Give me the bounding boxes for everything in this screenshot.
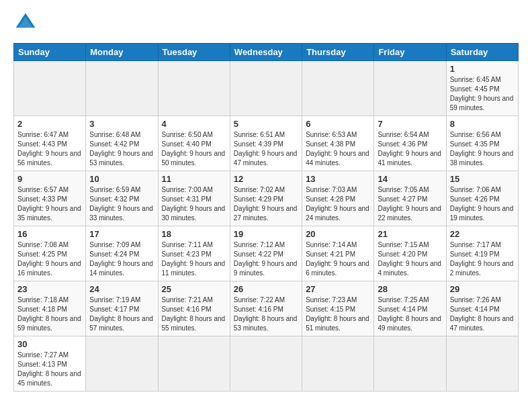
calendar-cell: 24Sunrise: 7:19 AM Sunset: 4:17 PM Dayli…	[86, 281, 158, 336]
calendar-cell: 7Sunrise: 6:54 AM Sunset: 4:36 PM Daylig…	[374, 116, 446, 171]
day-number: 16	[17, 229, 82, 239]
calendar-cell: 20Sunrise: 7:14 AM Sunset: 4:21 PM Dayli…	[302, 226, 374, 281]
calendar-cell: 5Sunrise: 6:51 AM Sunset: 4:39 PM Daylig…	[230, 116, 302, 171]
day-number: 3	[89, 119, 154, 129]
weekday-monday: Monday	[86, 44, 158, 61]
calendar-cell	[446, 336, 518, 392]
weekday-wednesday: Wednesday	[230, 44, 302, 61]
day-info: Sunrise: 6:53 AM Sunset: 4:38 PM Dayligh…	[306, 130, 370, 168]
day-info: Sunrise: 7:06 AM Sunset: 4:26 PM Dayligh…	[450, 185, 515, 223]
day-number: 21	[378, 229, 442, 239]
calendar-cell: 6Sunrise: 6:53 AM Sunset: 4:38 PM Daylig…	[302, 116, 374, 171]
day-info: Sunrise: 7:26 AM Sunset: 4:14 PM Dayligh…	[450, 295, 515, 333]
day-info: Sunrise: 6:50 AM Sunset: 4:40 PM Dayligh…	[162, 130, 226, 168]
calendar-cell	[230, 61, 302, 116]
day-info: Sunrise: 6:45 AM Sunset: 4:45 PM Dayligh…	[450, 75, 515, 113]
calendar-cell	[374, 61, 446, 116]
calendar-cell: 17Sunrise: 7:09 AM Sunset: 4:24 PM Dayli…	[86, 226, 158, 281]
day-info: Sunrise: 6:48 AM Sunset: 4:42 PM Dayligh…	[89, 130, 154, 168]
calendar-cell: 15Sunrise: 7:06 AM Sunset: 4:26 PM Dayli…	[446, 171, 518, 226]
day-info: Sunrise: 7:22 AM Sunset: 4:16 PM Dayligh…	[234, 295, 298, 333]
day-info: Sunrise: 6:54 AM Sunset: 4:36 PM Dayligh…	[378, 130, 442, 168]
weekday-sunday: Sunday	[14, 44, 86, 61]
header	[13, 11, 519, 35]
calendar-cell: 22Sunrise: 7:17 AM Sunset: 4:19 PM Dayli…	[446, 226, 518, 281]
calendar-cell: 27Sunrise: 7:23 AM Sunset: 4:15 PM Dayli…	[302, 281, 374, 336]
day-info: Sunrise: 7:14 AM Sunset: 4:21 PM Dayligh…	[306, 240, 370, 278]
day-info: Sunrise: 7:03 AM Sunset: 4:28 PM Dayligh…	[306, 185, 370, 223]
day-info: Sunrise: 7:17 AM Sunset: 4:19 PM Dayligh…	[450, 240, 515, 278]
calendar-cell: 21Sunrise: 7:15 AM Sunset: 4:20 PM Dayli…	[374, 226, 446, 281]
day-info: Sunrise: 6:51 AM Sunset: 4:39 PM Dayligh…	[234, 130, 298, 168]
day-info: Sunrise: 7:27 AM Sunset: 4:13 PM Dayligh…	[17, 351, 82, 388]
weekday-header-row: SundayMondayTuesdayWednesdayThursdayFrid…	[14, 44, 519, 61]
calendar-cell: 14Sunrise: 7:05 AM Sunset: 4:27 PM Dayli…	[374, 171, 446, 226]
day-number: 30	[17, 339, 82, 349]
calendar-cell: 4Sunrise: 6:50 AM Sunset: 4:40 PM Daylig…	[158, 116, 230, 171]
day-number: 7	[378, 119, 442, 129]
calendar-cell	[158, 336, 230, 392]
day-number: 20	[306, 229, 370, 239]
day-info: Sunrise: 6:47 AM Sunset: 4:43 PM Dayligh…	[17, 130, 82, 168]
calendar-cell: 16Sunrise: 7:08 AM Sunset: 4:25 PM Dayli…	[14, 226, 86, 281]
weekday-thursday: Thursday	[302, 44, 374, 61]
day-info: Sunrise: 7:11 AM Sunset: 4:23 PM Dayligh…	[162, 240, 226, 278]
calendar-cell	[302, 61, 374, 116]
calendar-cell: 11Sunrise: 7:00 AM Sunset: 4:31 PM Dayli…	[158, 171, 230, 226]
calendar-cell	[14, 61, 86, 116]
calendar-cell: 25Sunrise: 7:21 AM Sunset: 4:16 PM Dayli…	[158, 281, 230, 336]
day-number: 24	[89, 284, 154, 294]
week-row-1: 1Sunrise: 6:45 AM Sunset: 4:45 PM Daylig…	[14, 61, 519, 116]
day-number: 18	[162, 229, 226, 239]
calendar-cell: 30Sunrise: 7:27 AM Sunset: 4:13 PM Dayli…	[14, 336, 86, 392]
weekday-saturday: Saturday	[446, 44, 518, 61]
day-number: 2	[17, 119, 82, 129]
calendar-cell: 10Sunrise: 6:59 AM Sunset: 4:32 PM Dayli…	[86, 171, 158, 226]
day-info: Sunrise: 7:00 AM Sunset: 4:31 PM Dayligh…	[162, 185, 226, 223]
logo-icon	[13, 11, 38, 35]
calendar-cell	[302, 336, 374, 392]
week-row-4: 16Sunrise: 7:08 AM Sunset: 4:25 PM Dayli…	[14, 226, 519, 281]
week-row-6: 30Sunrise: 7:27 AM Sunset: 4:13 PM Dayli…	[14, 336, 519, 392]
week-row-3: 9Sunrise: 6:57 AM Sunset: 4:33 PM Daylig…	[14, 171, 519, 226]
calendar-cell	[158, 61, 230, 116]
day-info: Sunrise: 7:19 AM Sunset: 4:17 PM Dayligh…	[89, 295, 154, 333]
calendar-cell: 12Sunrise: 7:02 AM Sunset: 4:29 PM Dayli…	[230, 171, 302, 226]
day-number: 19	[234, 229, 298, 239]
calendar-cell: 1Sunrise: 6:45 AM Sunset: 4:45 PM Daylig…	[446, 61, 518, 116]
day-info: Sunrise: 7:15 AM Sunset: 4:20 PM Dayligh…	[378, 240, 442, 278]
day-number: 29	[450, 284, 515, 294]
week-row-5: 23Sunrise: 7:18 AM Sunset: 4:18 PM Dayli…	[14, 281, 519, 336]
day-info: Sunrise: 7:05 AM Sunset: 4:27 PM Dayligh…	[378, 185, 442, 223]
day-info: Sunrise: 6:56 AM Sunset: 4:35 PM Dayligh…	[450, 130, 515, 168]
day-info: Sunrise: 6:59 AM Sunset: 4:32 PM Dayligh…	[89, 185, 154, 223]
calendar-cell	[86, 336, 158, 392]
calendar-cell: 19Sunrise: 7:12 AM Sunset: 4:22 PM Dayli…	[230, 226, 302, 281]
day-number: 13	[306, 174, 370, 184]
day-number: 22	[450, 229, 515, 239]
day-info: Sunrise: 6:57 AM Sunset: 4:33 PM Dayligh…	[17, 185, 82, 223]
day-info: Sunrise: 7:18 AM Sunset: 4:18 PM Dayligh…	[17, 295, 82, 333]
calendar: SundayMondayTuesdayWednesdayThursdayFrid…	[13, 43, 519, 392]
calendar-cell: 13Sunrise: 7:03 AM Sunset: 4:28 PM Dayli…	[302, 171, 374, 226]
calendar-cell: 18Sunrise: 7:11 AM Sunset: 4:23 PM Dayli…	[158, 226, 230, 281]
day-number: 14	[378, 174, 442, 184]
day-info: Sunrise: 7:12 AM Sunset: 4:22 PM Dayligh…	[234, 240, 298, 278]
day-number: 26	[234, 284, 298, 294]
day-info: Sunrise: 7:25 AM Sunset: 4:14 PM Dayligh…	[378, 295, 442, 333]
day-number: 28	[378, 284, 442, 294]
day-number: 23	[17, 284, 82, 294]
day-number: 17	[89, 229, 154, 239]
week-row-2: 2Sunrise: 6:47 AM Sunset: 4:43 PM Daylig…	[14, 116, 519, 171]
day-info: Sunrise: 7:23 AM Sunset: 4:15 PM Dayligh…	[306, 295, 370, 333]
calendar-cell: 23Sunrise: 7:18 AM Sunset: 4:18 PM Dayli…	[14, 281, 86, 336]
day-number: 11	[162, 174, 226, 184]
calendar-cell	[230, 336, 302, 392]
calendar-cell: 3Sunrise: 6:48 AM Sunset: 4:42 PM Daylig…	[86, 116, 158, 171]
page: SundayMondayTuesdayWednesdayThursdayFrid…	[0, 0, 532, 405]
day-info: Sunrise: 7:02 AM Sunset: 4:29 PM Dayligh…	[234, 185, 298, 223]
calendar-cell: 26Sunrise: 7:22 AM Sunset: 4:16 PM Dayli…	[230, 281, 302, 336]
day-number: 9	[17, 174, 82, 184]
day-info: Sunrise: 7:21 AM Sunset: 4:16 PM Dayligh…	[162, 295, 226, 333]
day-number: 4	[162, 119, 226, 129]
